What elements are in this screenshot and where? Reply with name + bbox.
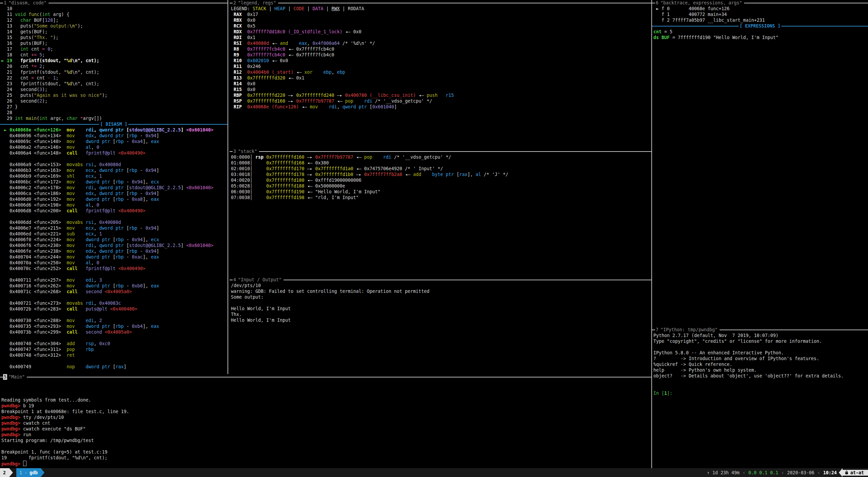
text-segment: ,	[94, 278, 99, 283]
text-segment: rbp	[115, 197, 124, 202]
text-segment	[372, 155, 383, 160]
text-segment: 0x94	[145, 249, 156, 254]
text-segment: [	[124, 127, 129, 132]
text-segment: rsi	[86, 220, 94, 225]
terminal-line: 0x400721 <func+273> movabs rdi, 0x40083c	[1, 300, 228, 306]
text-segment	[75, 341, 86, 346]
text-segment: 0x400740 <func+304>	[1, 341, 67, 346]
terminal-line: IPython 5.8.0 -- An enhanced Interactive…	[653, 350, 868, 356]
terminal-line: 0x4006ed <func+221> sub ecx, 1	[1, 231, 228, 237]
text-segment: pop	[67, 347, 75, 352]
status-clock: 10:24	[823, 470, 839, 476]
text-segment	[77, 266, 86, 271]
pane-border-dash	[230, 151, 233, 152]
pane-stack[interactable]: 3"stack" 00:0000│ rsp 0x7fffffffd160 —▸ …	[230, 148, 651, 277]
text-segment: Reading symbols from test...done.	[1, 398, 91, 403]
text-segment: and	[280, 41, 288, 46]
text-segment: ],	[143, 139, 151, 144]
text-segment: 0x40068e (func+126)	[247, 104, 299, 109]
text-segment	[75, 139, 86, 144]
terminal-line: Hello World, I'm Input	[231, 317, 651, 323]
text-segment: RDI	[231, 35, 247, 40]
terminal-line: 0x400716 <func+262> mov dword ptr [rbp -…	[1, 283, 228, 289]
text-segment: CODE	[293, 6, 304, 11]
text-segment: ]	[156, 191, 159, 196]
text-segment: tty /dev/pts/10	[23, 415, 64, 420]
terminal-line: 0x400735 <func+293> mov dword ptr [rbp -…	[1, 323, 228, 329]
text-segment: int	[20, 47, 29, 52]
program-io-output: /dev/pts/10warning: GDB: Failed to set c…	[230, 283, 651, 323]
text-segment: ,	[94, 127, 99, 132]
pane-input-output[interactable]: 4"Input / Output" /dev/pts/10warning: GD…	[230, 277, 651, 374]
text-segment: BUF	[662, 35, 670, 40]
text-segment: char	[20, 18, 31, 23]
text-segment: 26 second(	[1, 99, 39, 104]
registers-listing: LEGEND: STACK | HEAP | CODE | DATA | RWX…	[230, 6, 651, 110]
text-segment: call	[67, 289, 77, 294]
pane-ipython[interactable]: 7"IPython: tmp/pwndbg" Python 2.7.17 (de…	[652, 327, 868, 468]
text-segment: warning: GDB: Failed to set controlling …	[231, 289, 429, 294]
text-segment: cnt	[34, 75, 48, 81]
text-segment: 0x400716 <func+262>	[1, 283, 67, 288]
chevron-left-icon: ‹	[814, 470, 823, 476]
text-segment: pwndbg>	[1, 432, 23, 437]
powerline-separator-icon	[41, 468, 44, 477]
terminal-line	[1, 380, 651, 386]
text-segment: edx	[86, 133, 94, 138]
terminal-line: 24 second(3);	[1, 87, 228, 92]
text-segment: ]:	[667, 391, 672, 396]
terminal-line: 0x4006b3 <func+163> mov ecx, dword ptr […	[1, 167, 228, 173]
pane-border-dash	[652, 330, 655, 330]
text-segment: 04:0020│	[231, 178, 266, 183]
text-segment: [	[124, 185, 129, 190]
text-segment: mov	[67, 133, 75, 138]
text-segment: ,	[94, 191, 99, 196]
window-name: gdb	[30, 470, 38, 476]
text-segment: -	[124, 237, 132, 242]
text-segment: 0x7fffffffd198	[266, 195, 304, 200]
pane-main-gdb-console[interactable]: 5"Main" Reading symbols from test...done…	[0, 374, 651, 468]
tmux-session-badge[interactable]: 2	[0, 468, 9, 477]
pane-backtrace-expressions[interactable]: 6"backtrace, expressions, args" ► f 0 40…	[652, 0, 868, 327]
text-segment: <0x400490>	[118, 151, 145, 156]
text-segment: 0x7ffff7b97787	[296, 99, 334, 104]
text-segment: %d	[67, 81, 72, 86]
text-segment: call	[67, 330, 77, 335]
text-segment: Hello World, I'm Input	[231, 318, 291, 323]
terminal-line: R15 0x0	[231, 87, 651, 92]
text-segment: puts@plt	[86, 306, 107, 312]
text-segment: ];	[53, 18, 58, 23]
tmux-window-tab-gdb[interactable]: 1 › gdb	[16, 468, 41, 477]
text-segment: ebp	[323, 70, 331, 75]
text-segment: byte ptr	[432, 172, 454, 177]
text-segment: -	[124, 283, 132, 288]
text-segment: 0x7fffffffd170	[266, 166, 304, 171]
text-segment: 1	[53, 75, 56, 81]
text-segment: 0x400704 <func+244>	[1, 254, 67, 260]
text-segment: -	[137, 249, 145, 254]
text-segment: R13	[231, 75, 247, 81]
terminal-line: Some output:	[231, 294, 651, 300]
text-segment: In [	[653, 391, 664, 396]
text-segment: ]	[156, 168, 159, 173]
text-segment: mov	[67, 127, 75, 132]
text-segment: +=	[31, 52, 37, 57]
text-segment: dword ptr	[86, 139, 110, 144]
text-segment	[75, 179, 86, 184]
pane-name: "disasm, code"	[8, 0, 47, 6]
text-segment: 0x400730 <func+288>	[1, 318, 67, 323]
text-segment: \n", cnt);	[72, 70, 99, 75]
text-segment: mov	[67, 179, 75, 184]
pane-legend-regs[interactable]: 2"legend, regs" LEGEND: STACK | HEAP | C…	[230, 0, 651, 148]
text-segment: qword ptr	[99, 127, 124, 132]
text-segment: 0x94	[132, 179, 143, 184]
pane-disasm-code[interactable]: 1"disasm, code" 10 11 void func(int arg)…	[0, 0, 228, 374]
text-segment: ,	[94, 168, 99, 173]
text-segment: 01:0008│	[231, 160, 266, 165]
text-segment: rdi	[86, 185, 94, 190]
text-segment	[421, 172, 432, 177]
text-segment: 0x4006d6 <func+198>	[1, 202, 67, 208]
text-segment: 00:0000│	[231, 155, 253, 160]
text-segment: mov	[67, 197, 75, 202]
chevron-right-icon: ›	[22, 470, 30, 476]
